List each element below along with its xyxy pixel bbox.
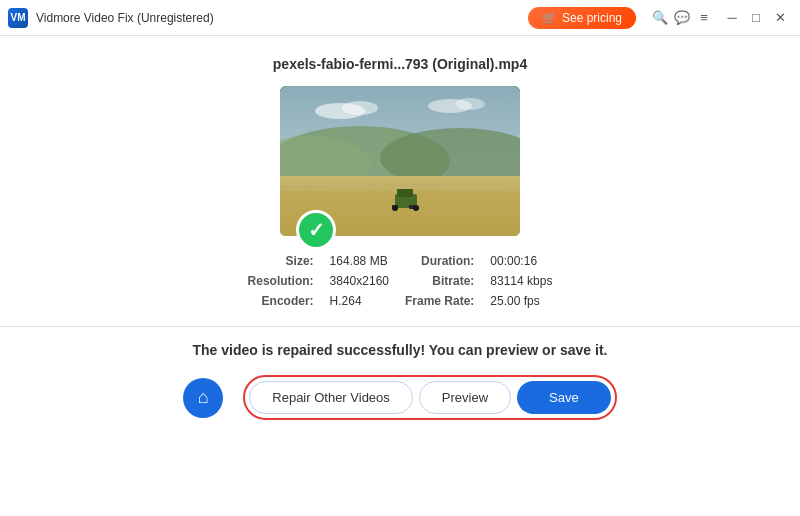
- encoder-label: Encoder:: [248, 294, 314, 308]
- resolution-label: Resolution:: [248, 274, 314, 288]
- svg-point-15: [413, 205, 419, 211]
- size-value: 164.88 MB: [330, 254, 389, 268]
- resolution-value: 3840x2160: [330, 274, 389, 288]
- success-message-wrapper: The video is repaired successfully! You …: [193, 327, 608, 363]
- maximize-button[interactable]: □: [744, 6, 768, 30]
- framerate-value: 25.00 fps: [490, 294, 552, 308]
- home-icon: ⌂: [198, 387, 209, 408]
- size-label: Size:: [248, 254, 314, 268]
- cart-icon: 🛒: [542, 11, 557, 25]
- duration-value: 00:00:16: [490, 254, 552, 268]
- main-content: pexels-fabio-fermi...793 (Original).mp4: [0, 36, 800, 516]
- check-icon: ✓: [308, 218, 325, 242]
- menu-icon[interactable]: ≡: [696, 10, 712, 26]
- close-button[interactable]: ✕: [768, 6, 792, 30]
- metadata-grid: Size: 164.88 MB Duration: 00:00:16 Resol…: [248, 254, 553, 308]
- encoder-value: H.264: [330, 294, 389, 308]
- app-title: Vidmore Video Fix (Unregistered): [36, 11, 214, 25]
- preview-button[interactable]: Preview: [419, 381, 511, 414]
- minimize-button[interactable]: ─: [720, 6, 744, 30]
- svg-point-17: [342, 101, 378, 115]
- video-filename: pexels-fabio-fermi...793 (Original).mp4: [273, 56, 527, 72]
- save-button[interactable]: Save: [517, 381, 611, 414]
- video-thumbnail-wrapper: ✓: [280, 86, 520, 236]
- titlebar-icons: 🔍 💬 ≡: [652, 10, 712, 26]
- success-checkmark: ✓: [296, 210, 336, 250]
- pricing-button[interactable]: 🛒 See pricing: [528, 7, 636, 29]
- home-button[interactable]: ⌂: [183, 378, 223, 418]
- chat-icon[interactable]: 💬: [674, 10, 690, 26]
- action-buttons-group: Repair Other Videos Preview Save: [243, 375, 616, 420]
- svg-point-14: [392, 205, 398, 211]
- svg-rect-11: [397, 189, 413, 197]
- app-logo: VM: [8, 8, 28, 28]
- titlebar-right: 🛒 See pricing 🔍 💬 ≡ ─ □ ✕: [528, 6, 792, 30]
- framerate-label: Frame Rate:: [405, 294, 474, 308]
- duration-label: Duration:: [405, 254, 474, 268]
- bitrate-value: 83114 kbps: [490, 274, 552, 288]
- window-controls: ─ □ ✕: [720, 6, 792, 30]
- titlebar-left: VM Vidmore Video Fix (Unregistered): [8, 8, 214, 28]
- repair-other-button[interactable]: Repair Other Videos: [249, 381, 413, 414]
- search-icon[interactable]: 🔍: [652, 10, 668, 26]
- svg-point-19: [455, 98, 485, 110]
- bitrate-label: Bitrate:: [405, 274, 474, 288]
- success-message: The video is repaired successfully! You …: [193, 342, 608, 358]
- titlebar: VM Vidmore Video Fix (Unregistered) 🛒 Se…: [0, 0, 800, 36]
- action-bar: ⌂ Repair Other Videos Preview Save: [0, 363, 800, 436]
